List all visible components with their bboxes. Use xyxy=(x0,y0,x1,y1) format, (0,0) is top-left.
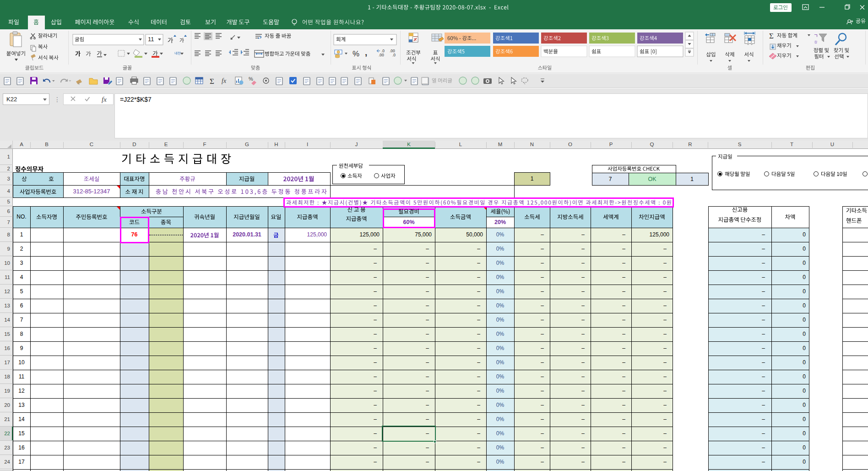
svg-text:fx: fx xyxy=(102,96,107,103)
svg-text:.00: .00 xyxy=(379,53,384,57)
svg-text:%: % xyxy=(249,76,253,82)
svg-text:.0: .0 xyxy=(392,53,396,57)
svg-text:Σ: Σ xyxy=(210,77,214,86)
svg-text:,: , xyxy=(365,48,367,57)
svg-text:11: 11 xyxy=(148,36,154,43)
svg-text:%: % xyxy=(353,49,359,58)
svg-text:Σ: Σ xyxy=(769,32,774,40)
svg-text:fx: fx xyxy=(222,77,227,84)
